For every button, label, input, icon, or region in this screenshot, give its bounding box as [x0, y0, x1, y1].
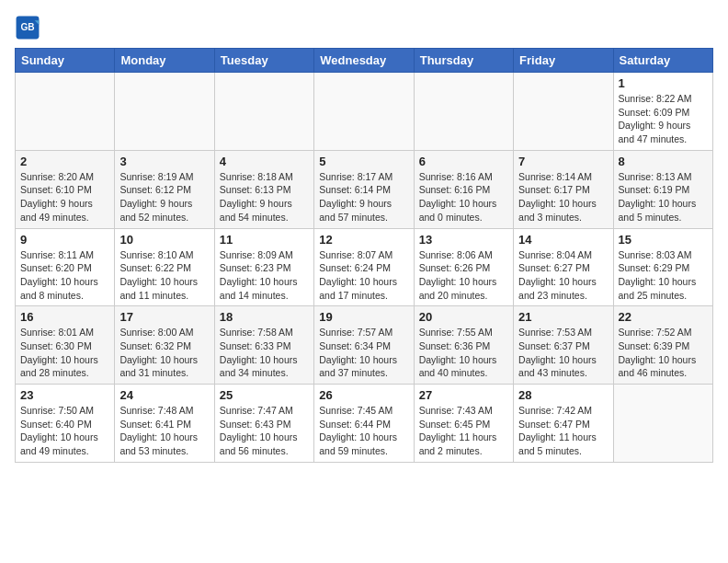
calendar-week-row: 2Sunrise: 8:20 AM Sunset: 6:10 PM Daylig…: [16, 150, 713, 228]
day-info: Sunrise: 8:14 AM Sunset: 6:17 PM Dayligh…: [518, 170, 608, 224]
calendar-cell: 23Sunrise: 7:50 AM Sunset: 6:40 PM Dayli…: [16, 385, 115, 463]
day-number: 16: [20, 310, 109, 324]
day-info: Sunrise: 7:52 AM Sunset: 6:39 PM Dayligh…: [619, 326, 708, 380]
day-info: Sunrise: 7:43 AM Sunset: 6:45 PM Dayligh…: [419, 404, 508, 458]
day-number: 5: [319, 155, 408, 168]
calendar-cell: 6Sunrise: 8:16 AM Sunset: 6:16 PM Daylig…: [414, 150, 513, 228]
day-info: Sunrise: 7:53 AM Sunset: 6:37 PM Dayligh…: [518, 326, 608, 380]
day-number: 27: [419, 388, 508, 402]
col-header-monday: Monday: [115, 49, 214, 73]
calendar-cell: 8Sunrise: 8:13 AM Sunset: 6:19 PM Daylig…: [613, 150, 712, 228]
day-info: Sunrise: 8:09 AM Sunset: 6:23 PM Dayligh…: [220, 248, 309, 303]
logo-icon: GB: [15, 15, 40, 40]
calendar-cell: 14Sunrise: 8:04 AM Sunset: 6:27 PM Dayli…: [514, 228, 613, 306]
col-header-friday: Friday: [514, 49, 613, 73]
day-number: 25: [220, 388, 309, 402]
calendar-cell: [214, 73, 313, 151]
col-header-sunday: Sunday: [16, 49, 115, 73]
day-number: 20: [419, 310, 508, 324]
day-number: 3: [119, 155, 209, 168]
day-number: 9: [20, 233, 109, 247]
col-header-tuesday: Tuesday: [214, 49, 313, 73]
day-info: Sunrise: 7:55 AM Sunset: 6:36 PM Dayligh…: [419, 326, 508, 380]
day-info: Sunrise: 7:42 AM Sunset: 6:47 PM Dayligh…: [518, 404, 608, 458]
day-number: 4: [220, 155, 309, 168]
calendar-cell: [115, 73, 214, 151]
day-number: 22: [619, 310, 708, 324]
calendar-cell: 9Sunrise: 8:11 AM Sunset: 6:20 PM Daylig…: [16, 228, 115, 306]
day-number: 8: [619, 155, 708, 168]
calendar-cell: 20Sunrise: 7:55 AM Sunset: 6:36 PM Dayli…: [414, 306, 513, 385]
calendar-week-row: 1Sunrise: 8:22 AM Sunset: 6:09 PM Daylig…: [16, 73, 713, 151]
col-header-wednesday: Wednesday: [314, 49, 414, 73]
day-info: Sunrise: 7:50 AM Sunset: 6:40 PM Dayligh…: [20, 404, 109, 458]
day-number: 19: [319, 310, 408, 324]
calendar-cell: 26Sunrise: 7:45 AM Sunset: 6:44 PM Dayli…: [314, 385, 414, 463]
day-info: Sunrise: 8:00 AM Sunset: 6:32 PM Dayligh…: [119, 326, 209, 380]
day-number: 24: [119, 388, 209, 402]
day-info: Sunrise: 8:20 AM Sunset: 6:10 PM Dayligh…: [20, 170, 109, 224]
calendar-cell: 11Sunrise: 8:09 AM Sunset: 6:23 PM Dayli…: [214, 228, 313, 306]
calendar-cell: 27Sunrise: 7:43 AM Sunset: 6:45 PM Dayli…: [414, 385, 513, 463]
calendar-week-row: 16Sunrise: 8:01 AM Sunset: 6:30 PM Dayli…: [16, 306, 713, 385]
calendar-cell: 16Sunrise: 8:01 AM Sunset: 6:30 PM Dayli…: [16, 306, 115, 385]
calendar-cell: 15Sunrise: 8:03 AM Sunset: 6:29 PM Dayli…: [613, 228, 712, 306]
calendar-cell: 7Sunrise: 8:14 AM Sunset: 6:17 PM Daylig…: [514, 150, 613, 228]
calendar-cell: 13Sunrise: 8:06 AM Sunset: 6:26 PM Dayli…: [414, 228, 513, 306]
logo: GB: [15, 15, 44, 40]
day-number: 6: [419, 155, 508, 168]
day-info: Sunrise: 8:19 AM Sunset: 6:12 PM Dayligh…: [119, 170, 209, 224]
day-number: 11: [220, 233, 309, 247]
calendar-cell: 3Sunrise: 8:19 AM Sunset: 6:12 PM Daylig…: [115, 150, 214, 228]
day-number: 7: [518, 155, 608, 168]
calendar-cell: 24Sunrise: 7:48 AM Sunset: 6:41 PM Dayli…: [115, 385, 214, 463]
calendar-cell: 4Sunrise: 8:18 AM Sunset: 6:13 PM Daylig…: [214, 150, 313, 228]
day-info: Sunrise: 8:01 AM Sunset: 6:30 PM Dayligh…: [20, 326, 109, 380]
day-number: 18: [220, 310, 309, 324]
calendar-cell: 2Sunrise: 8:20 AM Sunset: 6:10 PM Daylig…: [16, 150, 115, 228]
calendar-cell: 21Sunrise: 7:53 AM Sunset: 6:37 PM Dayli…: [514, 306, 613, 385]
day-number: 23: [20, 388, 109, 402]
day-number: 15: [619, 233, 708, 247]
day-info: Sunrise: 7:47 AM Sunset: 6:43 PM Dayligh…: [220, 404, 309, 458]
day-info: Sunrise: 8:17 AM Sunset: 6:14 PM Dayligh…: [319, 170, 408, 224]
day-number: 12: [319, 233, 408, 247]
day-number: 28: [518, 388, 608, 402]
day-number: 1: [619, 76, 708, 90]
calendar-cell: 1Sunrise: 8:22 AM Sunset: 6:09 PM Daylig…: [613, 73, 712, 151]
day-info: Sunrise: 8:22 AM Sunset: 6:09 PM Dayligh…: [619, 92, 708, 146]
page-header: GB: [15, 15, 713, 40]
calendar-cell: [613, 385, 712, 463]
day-info: Sunrise: 8:06 AM Sunset: 6:26 PM Dayligh…: [419, 248, 508, 303]
calendar-week-row: 23Sunrise: 7:50 AM Sunset: 6:40 PM Dayli…: [16, 385, 713, 463]
day-number: 21: [518, 310, 608, 324]
day-info: Sunrise: 8:11 AM Sunset: 6:20 PM Dayligh…: [20, 248, 109, 303]
col-header-saturday: Saturday: [613, 49, 712, 73]
day-number: 26: [319, 388, 408, 402]
calendar-cell: 22Sunrise: 7:52 AM Sunset: 6:39 PM Dayli…: [613, 306, 712, 385]
day-info: Sunrise: 8:16 AM Sunset: 6:16 PM Dayligh…: [419, 170, 508, 224]
day-info: Sunrise: 7:58 AM Sunset: 6:33 PM Dayligh…: [220, 326, 309, 380]
calendar-cell: [414, 73, 513, 151]
calendar-cell: 12Sunrise: 8:07 AM Sunset: 6:24 PM Dayli…: [314, 228, 414, 306]
day-number: 14: [518, 233, 608, 247]
day-info: Sunrise: 7:48 AM Sunset: 6:41 PM Dayligh…: [119, 404, 209, 458]
day-info: Sunrise: 8:18 AM Sunset: 6:13 PM Dayligh…: [220, 170, 309, 224]
col-header-thursday: Thursday: [414, 49, 513, 73]
calendar-cell: 17Sunrise: 8:00 AM Sunset: 6:32 PM Dayli…: [115, 306, 214, 385]
calendar-cell: [514, 73, 613, 151]
day-info: Sunrise: 8:13 AM Sunset: 6:19 PM Dayligh…: [619, 170, 708, 224]
day-number: 2: [20, 155, 109, 168]
day-info: Sunrise: 8:07 AM Sunset: 6:24 PM Dayligh…: [319, 248, 408, 303]
calendar-week-row: 9Sunrise: 8:11 AM Sunset: 6:20 PM Daylig…: [16, 228, 713, 306]
calendar-cell: [314, 73, 414, 151]
calendar-cell: 18Sunrise: 7:58 AM Sunset: 6:33 PM Dayli…: [214, 306, 313, 385]
day-info: Sunrise: 8:10 AM Sunset: 6:22 PM Dayligh…: [119, 248, 209, 303]
calendar-cell: 5Sunrise: 8:17 AM Sunset: 6:14 PM Daylig…: [314, 150, 414, 228]
calendar-cell: 10Sunrise: 8:10 AM Sunset: 6:22 PM Dayli…: [115, 228, 214, 306]
day-number: 13: [419, 233, 508, 247]
day-info: Sunrise: 7:57 AM Sunset: 6:34 PM Dayligh…: [319, 326, 408, 380]
calendar-table: SundayMondayTuesdayWednesdayThursdayFrid…: [15, 48, 713, 463]
day-number: 17: [119, 310, 209, 324]
calendar-cell: [16, 73, 115, 151]
